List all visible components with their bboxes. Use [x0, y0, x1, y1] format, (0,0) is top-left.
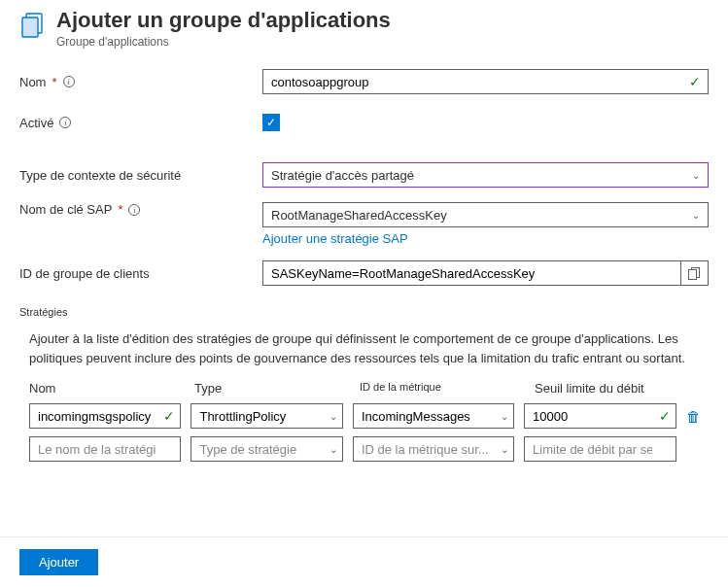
sap-key-select[interactable]: RootManageSharedAccessKey ⌄	[262, 202, 709, 227]
footer: Ajouter	[0, 536, 728, 587]
check-icon: ✓	[689, 74, 701, 89]
table-row: ✓ ⌄ ⌄ ✓ 🗑	[29, 403, 709, 429]
app-group-icon	[19, 12, 47, 39]
policy-threshold-input[interactable]	[524, 403, 676, 429]
security-context-select[interactable]: Stratégie d'accès partagé ⌄	[262, 162, 709, 188]
info-icon[interactable]: i	[63, 76, 75, 87]
check-icon: ✓	[163, 408, 175, 424]
table-row-empty: ⌄ ⌄	[29, 436, 709, 462]
chevron-down-icon: ⌄	[329, 444, 337, 455]
row-enabled: Activé i ✓	[19, 109, 709, 136]
col-header-metric: ID de la métrique	[360, 381, 525, 396]
svg-rect-1	[22, 17, 38, 37]
check-icon: ✓	[659, 408, 671, 424]
policy-type-select-empty[interactable]	[191, 436, 342, 462]
chevron-down-icon: ⌄	[692, 170, 700, 181]
enabled-checkbox[interactable]: ✓	[262, 114, 280, 131]
row-client-group-id: ID de groupe de clients	[19, 259, 709, 287]
chevron-down-icon: ⌄	[329, 411, 337, 422]
page-subtitle: Groupe d'applications	[56, 35, 391, 49]
table-header: Nom Type ID de la métrique Seuil limite …	[29, 381, 709, 396]
policy-threshold-input-empty[interactable]	[524, 436, 676, 462]
page-header: Ajouter un groupe d'applications Groupe …	[0, 0, 728, 58]
col-header-type: Type	[194, 381, 350, 396]
policies-description: Ajouter à la liste d'édition des stratég…	[0, 329, 728, 367]
delete-icon[interactable]: 🗑	[686, 408, 701, 425]
page-title: Ajouter un groupe d'applications	[56, 8, 391, 33]
label-enabled: Activé i	[19, 116, 262, 130]
name-input[interactable]	[262, 69, 709, 94]
copy-button[interactable]	[681, 260, 709, 286]
info-icon[interactable]: i	[128, 204, 140, 216]
policy-metric-select[interactable]	[353, 403, 514, 429]
svg-rect-3	[689, 269, 697, 279]
label-client-group-id: ID de groupe de clients	[19, 266, 262, 281]
chevron-down-icon: ⌄	[501, 444, 508, 455]
row-sap-key: Nom de clé SAP*i RootManageSharedAccessK…	[19, 202, 709, 246]
label-name: Nom* i	[19, 75, 262, 89]
label-sap-key: Nom de clé SAP*i	[19, 202, 262, 217]
policy-name-input[interactable]	[29, 403, 181, 429]
add-sap-link[interactable]: Ajouter une stratégie SAP	[262, 231, 408, 246]
col-header-threshold: Seuil limite du débit	[535, 381, 690, 396]
info-icon[interactable]: i	[59, 117, 71, 128]
chevron-down-icon: ⌄	[692, 210, 700, 221]
row-security-context: Type de contexte de sécurité Stratégie d…	[19, 161, 709, 189]
policy-name-input-empty[interactable]	[29, 436, 181, 462]
policy-type-select[interactable]	[191, 403, 342, 429]
row-name: Nom* i ✓	[19, 68, 709, 95]
policies-section-title: Stratégies	[19, 306, 728, 318]
copy-icon	[688, 267, 701, 280]
client-group-id-input[interactable]	[262, 260, 681, 286]
policy-metric-select-empty[interactable]	[353, 436, 514, 462]
chevron-down-icon: ⌄	[501, 411, 508, 422]
label-security-context: Type de contexte de sécurité	[19, 168, 262, 183]
submit-button[interactable]: Ajouter	[19, 549, 98, 575]
policies-table: Nom Type ID de la métrique Seuil limite …	[0, 381, 728, 462]
form: Nom* i ✓ Activé i ✓ Type de contexte de …	[0, 58, 728, 287]
col-header-name: Nom	[29, 381, 185, 396]
